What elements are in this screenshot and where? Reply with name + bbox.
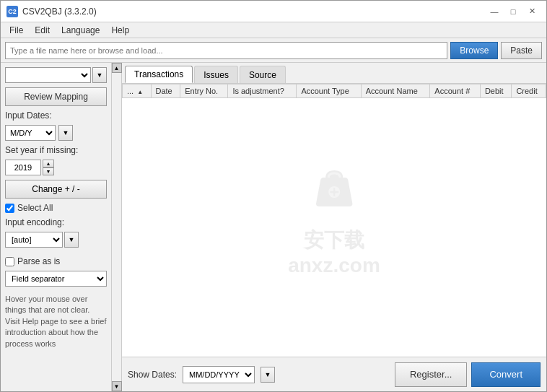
main-panel: Transactions Issues Source ... ▲ Date E xyxy=(122,63,546,391)
file-input[interactable] xyxy=(5,42,447,59)
close-button[interactable]: ✕ xyxy=(523,4,541,19)
convert-button[interactable]: Convert xyxy=(471,362,541,387)
encoding-arrow-icon[interactable]: ▼ xyxy=(64,232,79,248)
browse-button[interactable]: Browse xyxy=(450,42,498,59)
sort-indicator-ellipsis: ▲ xyxy=(137,89,143,95)
maximize-button[interactable]: □ xyxy=(504,4,522,19)
menu-bar: File Edit Language Help xyxy=(1,22,546,38)
minimize-button[interactable]: — xyxy=(486,4,503,19)
date-format-arrow-icon[interactable]: ▼ xyxy=(58,125,73,141)
scroll-down-btn[interactable]: ▼ xyxy=(112,381,122,391)
help-text: Hover your mouse over things that are no… xyxy=(5,291,107,352)
scroll-up-btn[interactable]: ▲ xyxy=(112,63,122,73)
show-dates-select[interactable]: MM/DD/YYYY DD/MM/YYYY YYYY/MM/DD xyxy=(183,366,255,383)
paste-button[interactable]: Paste xyxy=(501,42,542,59)
date-format-select[interactable]: M/D/Y xyxy=(5,125,56,141)
year-spinner-buttons: ▲ ▼ xyxy=(43,160,54,175)
table-header: ... ▲ Date Entry No. Is adjustment? Acco… xyxy=(123,84,546,98)
col-is-adjustment[interactable]: Is adjustment? xyxy=(228,84,297,98)
col-credit[interactable]: Credit xyxy=(512,84,546,98)
bottom-bar: Show Dates: MM/DD/YYYY DD/MM/YYYY YYYY/M… xyxy=(122,357,546,391)
select-all-row: Select All xyxy=(5,203,107,213)
svg-point-0 xyxy=(328,186,340,198)
tab-bar: Transactions Issues Source xyxy=(122,63,546,84)
col-entry-no[interactable]: Entry No. xyxy=(180,84,228,98)
select-arrow-icon[interactable]: ▼ xyxy=(92,67,107,83)
parse-as-is-row: Parse as is xyxy=(5,256,107,266)
table-container: ... ▲ Date Entry No. Is adjustment? Acco… xyxy=(122,84,546,357)
app-icon: C2 xyxy=(6,6,18,17)
col-account-name[interactable]: Account Name xyxy=(361,84,430,98)
sidebar-content: ▼ Review Mapping Input Dates: M/D/Y ▼ Se… xyxy=(5,67,107,352)
select-all-checkbox[interactable] xyxy=(5,204,14,213)
col-date[interactable]: Date xyxy=(151,84,180,98)
field-separator-select[interactable]: Field separator xyxy=(5,271,107,287)
watermark-bag-icon xyxy=(305,163,363,221)
year-spinner: ▲ ▼ xyxy=(5,160,107,175)
parse-as-is-checkbox[interactable] xyxy=(5,257,14,266)
scroll-track xyxy=(112,73,121,381)
title-bar-left: C2 CSV2QBJ (3.3.2.0) xyxy=(6,6,97,17)
bottom-right-actions: Register... Convert xyxy=(395,362,541,387)
menu-edit[interactable]: Edit xyxy=(29,24,56,37)
content-area: ▲ ▼ ▼ Review Mapping Input Dates: M/D/Y xyxy=(1,63,546,391)
menu-help[interactable]: Help xyxy=(105,24,135,37)
encoding-select[interactable]: [auto] xyxy=(5,232,63,248)
title-bar-controls: — □ ✕ xyxy=(486,4,541,19)
transactions-table: ... ▲ Date Entry No. Is adjustment? Acco… xyxy=(122,84,546,98)
tab-transactions[interactable]: Transactions xyxy=(125,66,193,83)
tab-issues[interactable]: Issues xyxy=(194,66,238,83)
year-input[interactable] xyxy=(5,160,41,175)
watermark-text: 安下载anxz.com xyxy=(288,227,380,277)
tab-source[interactable]: Source xyxy=(240,66,286,83)
main-window: C2 CSV2QBJ (3.3.2.0) — □ ✕ File Edit Lan… xyxy=(0,0,547,392)
year-up-btn[interactable]: ▲ xyxy=(43,160,54,167)
toolbar: Browse Paste xyxy=(1,38,546,63)
set-year-label: Set year if missing: xyxy=(5,145,107,155)
change-button[interactable]: Change + / - xyxy=(5,180,107,199)
input-dates-label: Input Dates: xyxy=(5,110,107,121)
col-account-type[interactable]: Account Type xyxy=(297,84,361,98)
sidebar-scrollbar[interactable]: ▲ ▼ xyxy=(111,63,121,391)
input-encoding-label: Input encoding: xyxy=(5,217,107,227)
app-title: CSV2QBJ (3.3.2.0) xyxy=(22,6,97,17)
year-down-btn[interactable]: ▼ xyxy=(43,167,54,175)
col-debit[interactable]: Debit xyxy=(480,84,511,98)
parse-as-is-label: Parse as is xyxy=(17,256,60,266)
file-select-row: ▼ xyxy=(5,67,107,83)
select-all-label: Select All xyxy=(17,203,53,213)
menu-language[interactable]: Language xyxy=(56,24,105,37)
encoding-row: [auto] ▼ xyxy=(5,232,107,248)
show-dates-label: Show Dates: xyxy=(128,370,177,380)
col-account-num[interactable]: Account # xyxy=(430,84,481,98)
show-dates-arrow-icon[interactable]: ▼ xyxy=(261,367,275,383)
date-format-row: M/D/Y ▼ xyxy=(5,125,107,141)
menu-file[interactable]: File xyxy=(4,24,29,37)
watermark: 安下载anxz.com xyxy=(288,163,380,277)
title-bar: C2 CSV2QBJ (3.3.2.0) — □ ✕ xyxy=(1,1,546,22)
col-ellipsis[interactable]: ... ▲ xyxy=(123,84,152,98)
sidebar: ▲ ▼ ▼ Review Mapping Input Dates: M/D/Y xyxy=(1,63,122,391)
register-button[interactable]: Register... xyxy=(395,362,468,387)
file-select[interactable] xyxy=(5,67,91,83)
review-mapping-button[interactable]: Review Mapping xyxy=(5,87,107,106)
